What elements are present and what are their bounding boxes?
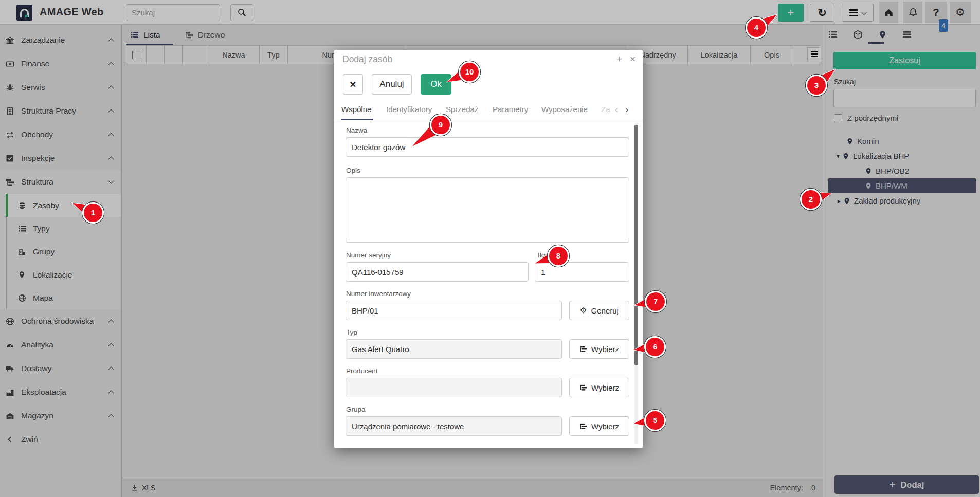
modal-tabs: Wspólne Identyfikatory Sprzedaż Parametr… <box>334 101 643 120</box>
gears-icon: ⚙ <box>580 306 587 315</box>
modal-close-icon[interactable]: × <box>630 53 636 65</box>
modal-clear-button[interactable]: × <box>343 74 363 95</box>
generate-label: Generuj <box>591 306 619 315</box>
modal-scrollbar-thumb[interactable] <box>634 125 638 365</box>
generate-button[interactable]: ⚙ Generuj <box>569 301 629 320</box>
tab-sprzedaz[interactable]: Sprzedaż <box>446 105 478 114</box>
choose-label: Wybierz <box>591 383 619 392</box>
tree-icon <box>579 384 587 392</box>
modal-maximize-icon[interactable]: + <box>616 53 622 65</box>
tab-clipped[interactable]: Za <box>601 105 610 114</box>
tab-wspolne[interactable]: Wspólne <box>341 105 371 114</box>
numer-inwentarzowy-label: Numer inwentarzowy <box>346 290 411 298</box>
modal-actions: × Anuluj Ok <box>343 74 451 95</box>
cancel-button[interactable]: Anuluj <box>372 74 412 95</box>
numer-seryjny-input[interactable] <box>346 262 529 282</box>
producent-label: Producent <box>346 367 378 375</box>
nazwa-label: Nazwa <box>346 126 367 134</box>
x-icon: × <box>350 78 356 90</box>
choose-label: Wybierz <box>591 422 619 431</box>
tab-identyfikatory[interactable]: Identyfikatory <box>386 105 432 114</box>
tree-icon <box>579 422 587 430</box>
numer-inwentarzowy-input[interactable] <box>346 301 562 320</box>
opis-label: Opis <box>346 167 360 174</box>
active-modal-tab-underline <box>341 119 373 120</box>
numer-seryjny-label: Numer seryjny <box>346 251 391 259</box>
grupa-input[interactable] <box>346 416 562 436</box>
typ-input[interactable] <box>346 339 562 359</box>
producent-input[interactable] <box>346 378 562 397</box>
tabs-scroll-right-icon[interactable]: › <box>625 104 628 115</box>
tab-parametry[interactable]: Parametry <box>493 105 528 114</box>
nazwa-input[interactable] <box>346 137 629 157</box>
amage-web-screen: AMAGE Web + ↻ ? ⚙ 4 Zarządzanie Finanse <box>0 0 980 497</box>
choose-producer-button[interactable]: Wybierz <box>569 378 629 397</box>
add-resource-modal: Dodaj zasób + × × Anuluj Ok Wspólne Iden… <box>334 50 643 448</box>
ok-button[interactable]: Ok <box>421 74 451 95</box>
typ-label: Typ <box>346 328 357 336</box>
ilosc-label: Ilość <box>538 251 552 259</box>
choose-type-button[interactable]: Wybierz <box>569 339 629 359</box>
tab-wyposazenie[interactable]: Wyposażenie <box>541 105 588 114</box>
grupa-label: Grupa <box>346 406 366 413</box>
choose-label: Wybierz <box>591 345 619 354</box>
ilosc-input[interactable] <box>535 262 629 282</box>
tabs-scroll-left-icon[interactable]: ‹ <box>615 104 618 115</box>
modal-title: Dodaj zasób <box>342 54 392 65</box>
opis-textarea[interactable] <box>346 177 629 243</box>
tree-icon <box>579 345 587 353</box>
choose-group-button[interactable]: Wybierz <box>569 416 629 436</box>
